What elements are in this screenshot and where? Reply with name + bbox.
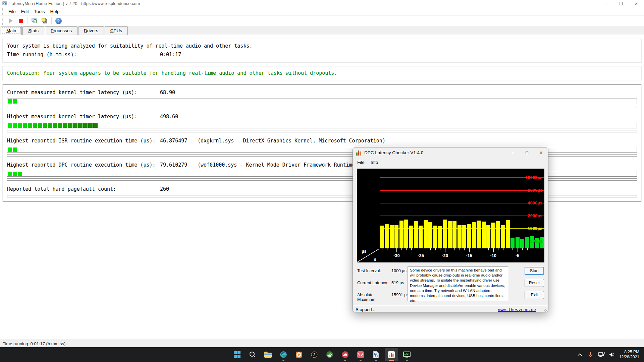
network-icon[interactable] xyxy=(598,351,605,358)
x-tick xyxy=(527,248,528,250)
latencymon-doc-icon[interactable]: M xyxy=(369,348,383,361)
latency-bar xyxy=(428,222,432,248)
metric-label-row: Current measured kernel timer latency (µ… xyxy=(7,89,637,96)
x-tick xyxy=(488,248,489,250)
file-explorer-icon-glyph xyxy=(264,351,272,358)
latency-bar xyxy=(404,220,408,248)
report-button[interactable] xyxy=(40,17,49,25)
x-tick xyxy=(537,248,537,250)
x-tick-label: -25 xyxy=(418,253,424,258)
chart-y-axis xyxy=(380,169,380,262)
close-button[interactable]: ✕ xyxy=(534,147,548,158)
menu-file[interactable]: File xyxy=(6,8,18,15)
tray-chevron-up-icon[interactable] xyxy=(576,351,584,358)
thesycon-link[interactable]: www.thesycon.de xyxy=(498,307,536,312)
menu-edit[interactable]: Edit xyxy=(18,8,32,15)
x-tick xyxy=(382,248,382,250)
progress-segment xyxy=(8,147,12,152)
progress-segment xyxy=(83,123,88,128)
dpc-bottom-panel: Test Interval:1000 µsCurrent Latency:519… xyxy=(353,262,548,312)
taskbar-clock[interactable]: 8:25 PM 12/28/2021 xyxy=(619,350,639,360)
progress-segment xyxy=(28,123,32,128)
latencymon-doc-icon-glyph: M xyxy=(373,351,379,358)
play-button[interactable] xyxy=(6,17,15,25)
restore-button[interactable]: ❐ xyxy=(613,0,629,7)
menu-help[interactable]: Help xyxy=(48,8,62,15)
gridline-8000 xyxy=(380,190,544,191)
minimize-button[interactable]: – xyxy=(598,0,613,7)
dpc-menu-info[interactable]: Info xyxy=(368,159,381,166)
metric-label-row: Highest reported ISR routine execution t… xyxy=(7,137,637,144)
latency-bar xyxy=(506,220,510,248)
tab-drivers[interactable]: Drivers xyxy=(78,26,104,35)
metric-label-row: Highest measured kernel timer latency (µ… xyxy=(7,113,637,120)
search-icon[interactable] xyxy=(246,348,259,361)
progress-segment xyxy=(33,123,37,128)
analysis-box: Your system is being analyzed for suitab… xyxy=(3,39,641,62)
media-player-icon[interactable] xyxy=(292,348,306,361)
file-explorer-icon[interactable] xyxy=(261,348,275,361)
running-indicator xyxy=(406,360,408,361)
latency-bar xyxy=(501,225,505,248)
stop-button[interactable] xyxy=(16,17,25,25)
green-app-icon-glyph xyxy=(326,351,333,358)
start-button[interactable]: Start xyxy=(525,267,544,275)
x-tick xyxy=(396,248,397,252)
resize-grip[interactable] xyxy=(544,309,547,312)
stat-label: Test Interval: xyxy=(357,268,391,273)
menu-tools[interactable]: Tools xyxy=(32,8,48,15)
volume-icon[interactable] xyxy=(608,351,616,358)
tab-cpus[interactable]: CPUs xyxy=(105,26,128,35)
x-tick xyxy=(421,248,421,252)
tab-stats[interactable]: Stats xyxy=(22,26,44,35)
latency-bar xyxy=(482,222,486,248)
x-tick xyxy=(426,248,426,250)
x-tick xyxy=(493,248,494,252)
edge-icon-glyph xyxy=(280,351,287,358)
latencymon-tabstrip: MainStatsProcessesDriversCPUs xyxy=(0,26,644,35)
exit-button[interactable]: Exit xyxy=(525,291,544,299)
monitor-app-icon-glyph xyxy=(403,351,411,358)
edge-icon[interactable] xyxy=(277,348,290,361)
latency-bar xyxy=(448,221,452,248)
chart-plot-area xyxy=(380,169,544,248)
dpc-checker-icon[interactable] xyxy=(385,348,398,361)
dpc-menu-file[interactable]: File xyxy=(354,159,368,166)
clock-time: 8:25 PM xyxy=(619,350,639,355)
status-text: Time running: 0:01:17 (h:mm:ss) xyxy=(3,341,65,346)
start-button[interactable] xyxy=(230,348,244,361)
x-tick xyxy=(392,248,392,250)
tab-main[interactable]: Main xyxy=(1,26,22,35)
help-button[interactable]: ? xyxy=(54,17,63,25)
x-tick xyxy=(430,248,431,250)
metric-driver-info: (dxgkrnl.sys - DirectX Graphics Kernel, … xyxy=(198,137,385,144)
riot-client-icon[interactable] xyxy=(338,348,352,361)
progress-segment xyxy=(43,123,47,128)
x-tick-label: -30 xyxy=(393,253,400,258)
close-button[interactable]: ✕ xyxy=(629,0,644,7)
metric-progress-bar xyxy=(7,123,637,128)
reset-button[interactable]: Reset xyxy=(525,279,544,287)
tab-processes[interactable]: Processes xyxy=(45,26,77,35)
chart-axis-corner: µs s xyxy=(357,248,380,262)
x-tick xyxy=(484,248,484,250)
play-icon xyxy=(9,18,13,23)
latencymon-app-icon xyxy=(2,1,7,6)
minimize-button[interactable]: – xyxy=(506,147,520,158)
metric-progress-bar xyxy=(7,99,637,104)
start-button-glyph xyxy=(233,351,241,358)
microphone-icon[interactable] xyxy=(587,351,594,358)
x-tick xyxy=(522,248,523,250)
conclusion-box: Conclusion: Your system appears to be su… xyxy=(3,66,641,80)
help-icon: ? xyxy=(55,18,62,24)
latency-bar xyxy=(520,239,524,248)
latency-bar xyxy=(385,224,389,248)
analyzer-button[interactable] xyxy=(30,17,39,25)
toolbar-gripper xyxy=(2,17,4,25)
maximize-button[interactable]: □ xyxy=(520,147,534,158)
monitor-app-icon[interactable] xyxy=(400,348,414,361)
game2-icon[interactable]: 2 xyxy=(308,348,321,361)
green-app-icon[interactable] xyxy=(323,348,336,361)
x-tick xyxy=(416,248,416,250)
valorant-icon[interactable] xyxy=(354,348,367,361)
